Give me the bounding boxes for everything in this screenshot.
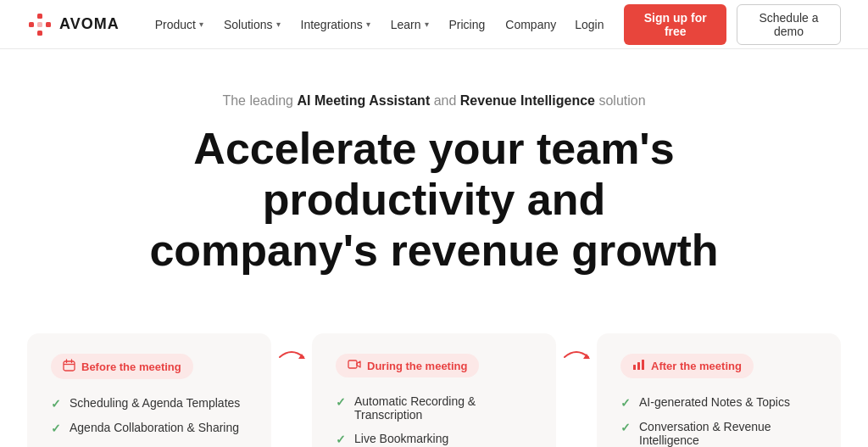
arrow-1 <box>271 333 312 372</box>
list-item: ✓ AI-generated Notes & Topics <box>620 395 817 410</box>
cards-row: Before the meeting ✓ Scheduling & Agenda… <box>27 333 841 447</box>
during-tag-label: During the meeting <box>367 360 467 372</box>
list-item: ✓ Scheduling & Agenda Templates <box>51 396 248 411</box>
after-tag-label: After the meeting <box>651 360 742 372</box>
list-item: ✓ Automatic Recording & Transcription <box>336 394 532 422</box>
check-icon: ✓ <box>620 421 631 434</box>
check-icon: ✓ <box>336 395 346 409</box>
chevron-down-icon: ▾ <box>276 20 281 29</box>
check-icon: ✓ <box>620 396 631 410</box>
during-items: ✓ Automatic Recording & Transcription ✓ … <box>336 394 532 447</box>
logo[interactable]: AVOMA <box>27 12 120 37</box>
before-tag-label: Before the meeting <box>81 360 181 373</box>
nav-product[interactable]: Product ▾ <box>147 13 212 36</box>
svg-rect-10 <box>348 360 357 368</box>
card-during: During the meeting ✓ Automatic Recording… <box>312 333 556 447</box>
nav-solutions[interactable]: Solutions ▾ <box>215 13 289 36</box>
signup-button[interactable]: Sign up for free <box>624 4 726 45</box>
list-item: ✓ Conversation & Revenue Intelligence <box>620 420 817 447</box>
hero-subtitle: The leading AI Meeting Assistant and Rev… <box>68 93 800 109</box>
cards-section: Before the meeting ✓ Scheduling & Agenda… <box>0 306 868 447</box>
list-item: ✓ Live Bookmarking <box>336 432 532 446</box>
card-after: After the meeting ✓ AI-generated Notes &… <box>597 333 841 447</box>
list-item: ✓ Agenda Collaboration & Sharing <box>51 421 248 435</box>
nav-company[interactable]: Company <box>497 13 565 36</box>
during-tag: During the meeting <box>336 354 479 377</box>
svg-rect-4 <box>37 22 42 27</box>
chevron-down-icon: ▾ <box>366 20 370 29</box>
check-icon: ✓ <box>51 397 61 411</box>
hero-title: Accelerate your team's productivity and … <box>68 124 800 276</box>
hero-section: The leading AI Meeting Assistant and Rev… <box>0 49 868 306</box>
svg-rect-2 <box>29 22 34 27</box>
after-tag: After the meeting <box>620 354 754 378</box>
chart-icon <box>632 359 645 373</box>
svg-rect-1 <box>46 22 51 27</box>
check-icon: ✓ <box>51 422 61 435</box>
chevron-down-icon: ▾ <box>199 20 203 29</box>
logo-text: AVOMA <box>59 15 120 33</box>
chevron-down-icon: ▾ <box>425 20 429 29</box>
svg-rect-12 <box>633 365 636 370</box>
nav-pricing[interactable]: Pricing <box>441 13 494 36</box>
before-tag: Before the meeting <box>51 354 193 379</box>
nav-learn[interactable]: Learn ▾ <box>382 13 437 36</box>
main-nav: AVOMA Product ▾ Solutions ▾ Integrations… <box>0 0 868 49</box>
arrow-2 <box>556 333 597 372</box>
svg-rect-13 <box>637 362 640 370</box>
svg-rect-3 <box>37 31 42 36</box>
after-items: ✓ AI-generated Notes & Topics ✓ Conversa… <box>620 395 817 447</box>
calendar-icon <box>63 359 75 374</box>
svg-rect-14 <box>642 360 644 370</box>
nav-integrations[interactable]: Integrations ▾ <box>292 13 379 36</box>
nav-actions: Login Sign up for free Schedule a demo <box>565 4 841 45</box>
before-items: ✓ Scheduling & Agenda Templates ✓ Agenda… <box>51 396 248 447</box>
card-before: Before the meeting ✓ Scheduling & Agenda… <box>27 333 271 447</box>
login-button[interactable]: Login <box>565 13 614 36</box>
video-icon <box>348 359 361 372</box>
svg-rect-0 <box>37 14 42 19</box>
nav-links: Product ▾ Solutions ▾ Integrations ▾ Lea… <box>147 13 565 36</box>
svg-rect-5 <box>64 361 75 371</box>
logo-icon <box>27 12 53 37</box>
check-icon: ✓ <box>336 433 346 446</box>
demo-button[interactable]: Schedule a demo <box>737 4 841 45</box>
